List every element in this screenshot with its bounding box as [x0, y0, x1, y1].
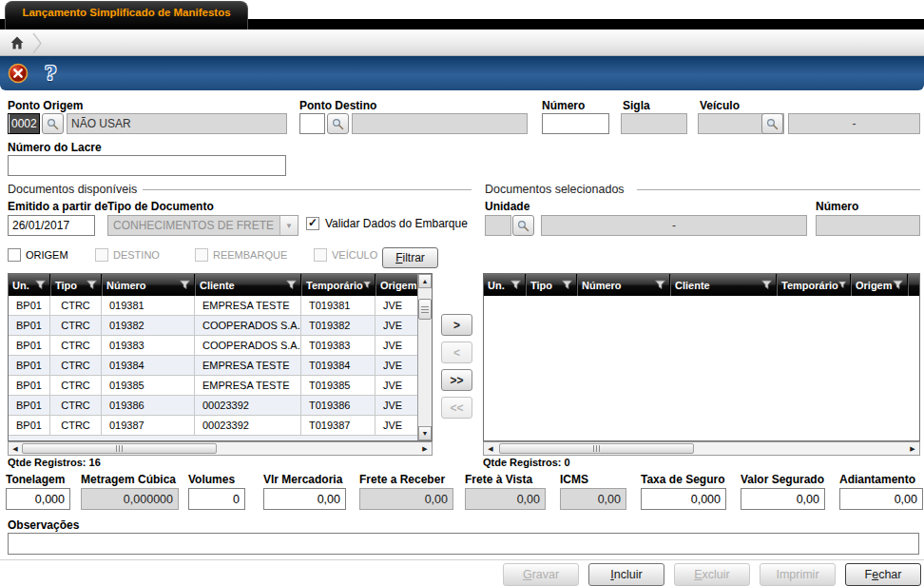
cell-tipo: CTRC — [50, 316, 102, 335]
scrollbar-thumb[interactable] — [499, 443, 694, 454]
filter-icon[interactable] — [761, 280, 772, 290]
filter-icon[interactable] — [562, 280, 572, 290]
scroll-left-arrow[interactable]: ◀ — [484, 442, 497, 455]
table-row[interactable]: BP01CTRC019385EMPRESA TESTET019385JVE — [9, 376, 432, 396]
scroll-up-arrow[interactable]: ▲ — [418, 274, 432, 288]
filter-checkbox-destino: DESTINO — [95, 248, 160, 262]
checkbox-label: VEÍCULO — [332, 249, 377, 261]
cell-numero: 019385 — [102, 376, 195, 395]
checkbox-label: ORIGEM — [26, 249, 68, 261]
volumes-input[interactable] — [188, 488, 245, 510]
valor-segurado-input[interactable] — [741, 488, 825, 510]
filter-icon[interactable] — [363, 280, 371, 290]
horizontal-scrollbar[interactable]: ◀ ▶ — [8, 441, 433, 456]
scrollbar-thumb[interactable] — [418, 299, 432, 320]
sigla-field — [621, 113, 687, 134]
column-header-tipo[interactable]: Tipo — [526, 274, 577, 296]
chevron-down-icon: ▼ — [279, 216, 298, 235]
emitido-date-input[interactable] — [8, 215, 95, 236]
numero-input[interactable] — [542, 113, 609, 134]
validar-checkbox[interactable] — [306, 217, 319, 230]
column-header-cliente[interactable]: Cliente — [195, 274, 301, 296]
emitido-label: Emitido a partir de — [8, 200, 107, 213]
fechar-button[interactable]: Fechar — [845, 563, 921, 586]
vlr-mercadoria-label: Vlr Mercadoria — [263, 473, 346, 486]
veiculo-search-button[interactable] — [761, 113, 783, 134]
unidade-label: Unidade — [485, 200, 529, 213]
move-right-button[interactable]: > — [441, 314, 472, 336]
table-row[interactable]: BP01CTRC01938600023392T019386JVE — [9, 396, 432, 416]
ponto-destino-search-button[interactable] — [327, 113, 349, 134]
column-header-cliente[interactable]: Cliente — [670, 274, 777, 296]
unidade-name-field: - — [541, 215, 807, 236]
frete-a-vista-label: Frete à Vista — [465, 473, 546, 486]
column-header-temporario[interactable]: Temporário — [301, 274, 375, 296]
table-row[interactable]: BP01CTRC01938700023392T019387JVE — [9, 416, 432, 436]
window-tab[interactable]: Lançamento Simplificado de Manifestos — [5, 1, 248, 29]
scroll-left-arrow[interactable]: ◀ — [9, 442, 22, 455]
column-header-numero[interactable]: Número — [577, 274, 670, 296]
scrollbar-thumb[interactable] — [22, 443, 217, 454]
filter-icon[interactable] — [655, 280, 665, 290]
move-all-right-button[interactable]: >> — [441, 369, 472, 391]
tipo-documento-select: CONHECIMENTOS DE FRETE ▼ — [107, 215, 298, 236]
vlr-mercadoria-input[interactable] — [263, 488, 346, 510]
filter-icon[interactable] — [35, 280, 46, 290]
filter-icon[interactable] — [87, 280, 97, 290]
table-body — [484, 296, 919, 440]
scroll-down-arrow[interactable]: ▼ — [418, 426, 432, 440]
home-icon[interactable] — [10, 35, 25, 50]
column-header-numero[interactable]: Número — [102, 274, 195, 296]
volumes-label: Volumes — [188, 473, 245, 486]
checkbox — [95, 248, 108, 262]
adiantamento-label: Adiantamento — [839, 473, 923, 486]
column-header-label: Cliente — [675, 280, 710, 291]
filter-checkbox-origem[interactable]: ORIGEM — [8, 248, 68, 262]
frete-a-receber-input — [359, 488, 453, 510]
cell-cliente: 00023392 — [195, 416, 301, 435]
incluir-button[interactable]: Incluir — [588, 563, 664, 586]
checkbox[interactable] — [8, 248, 21, 262]
selected-documents-table: Un.TipoNúmeroClienteTemporárioOrigem — [483, 273, 920, 441]
tonelagem-input[interactable] — [6, 488, 70, 510]
vertical-scrollbar[interactable]: ▲ ▼ — [417, 274, 432, 440]
unidade-search-button[interactable] — [512, 215, 534, 236]
table-row[interactable]: BP01CTRC019383COOPERADOS S.A.T019383JVE — [9, 336, 432, 356]
search-icon — [47, 118, 59, 130]
filter-icon[interactable] — [286, 280, 297, 290]
tipo-documento-label: Tipo de Documento — [107, 200, 214, 213]
cell-tipo: CTRC — [50, 416, 102, 435]
transfer-buttons: ><>><< — [441, 314, 472, 419]
cell-temporario: T019384 — [301, 356, 375, 375]
column-header-temporario[interactable]: Temporário — [777, 274, 851, 296]
cell-numero: 019386 — [102, 396, 195, 415]
filter-icon[interactable] — [180, 280, 190, 290]
observacoes-input[interactable] — [8, 533, 919, 555]
scroll-right-arrow[interactable]: ▶ — [418, 442, 432, 455]
column-header-origem[interactable]: Origem — [851, 274, 908, 296]
checkbox-label: REEMBARQUE — [213, 249, 287, 261]
column-header-un[interactable]: Un. — [9, 274, 50, 296]
column-header-un[interactable]: Un. — [484, 274, 526, 296]
numero-lacre-input[interactable] — [8, 155, 286, 176]
filtrar-button[interactable]: Filtrar — [382, 247, 438, 268]
table-row[interactable]: BP01CTRC019381EMPRESA TESTET019381JVE — [9, 296, 432, 316]
ponto-origem-code-input[interactable]: 0002 — [8, 113, 40, 134]
ponto-origem-search-button[interactable] — [42, 113, 64, 134]
tonelagem-label: Tonelagem — [6, 473, 70, 486]
help-icon[interactable]: ? — [45, 61, 56, 85]
table-row[interactable]: BP01CTRC019382COOPERADOS S.A.T019382JVE — [9, 316, 432, 336]
window-tab-title: Lançamento Simplificado de Manifestos — [22, 7, 230, 18]
horizontal-scrollbar[interactable]: ◀ ▶ — [483, 441, 920, 456]
column-header-tipo[interactable]: Tipo — [50, 274, 102, 296]
filter-icon[interactable] — [838, 280, 846, 290]
close-icon[interactable] — [8, 63, 29, 84]
filter-icon[interactable] — [893, 280, 903, 290]
filter-icon[interactable] — [510, 280, 521, 290]
adiantamento-input[interactable] — [839, 488, 923, 510]
scroll-right-arrow[interactable]: ▶ — [906, 442, 919, 455]
ponto-destino-code-input[interactable] — [299, 113, 325, 134]
column-header-label: Temporário — [781, 280, 838, 291]
taxa-de-seguro-input[interactable] — [641, 488, 726, 510]
table-row[interactable]: BP01CTRC019384EMPRESA TESTET019384JVE — [9, 356, 432, 376]
